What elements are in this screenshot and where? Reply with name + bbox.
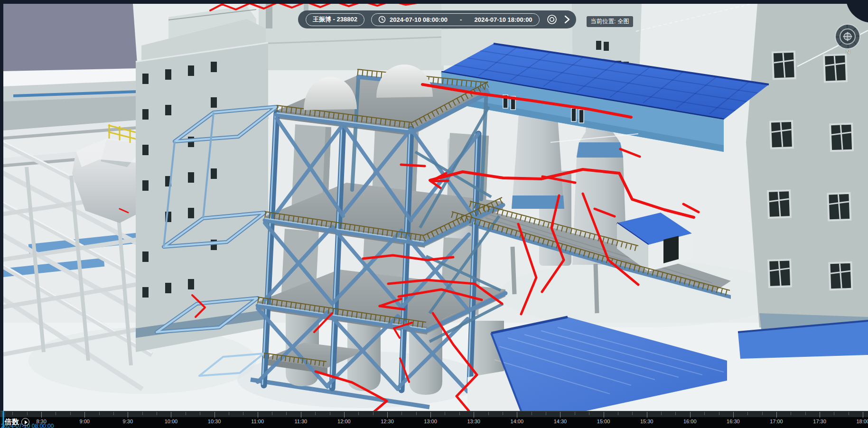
- timeline-tick: [863, 412, 863, 418]
- timeline-tick: [41, 412, 42, 418]
- timeline-tick: [272, 412, 272, 415]
- timeline-label: 17:30: [813, 419, 826, 424]
- timeline-tick: [503, 412, 503, 415]
- timeline-tick: [791, 412, 791, 415]
- timeline-tick: [776, 412, 777, 418]
- timeline-label: 13:00: [424, 419, 437, 424]
- play-icon: [25, 420, 28, 424]
- timeline-tick: [532, 412, 532, 415]
- timeline-tick: [229, 412, 229, 415]
- timeline-tick: [84, 412, 85, 418]
- search-toolbar: 王振博 - 238802 2024-07-10 08:00:00 - 2024-…: [298, 10, 576, 28]
- timeline-tick: [604, 412, 604, 418]
- timeline-tick: [315, 412, 316, 415]
- timeline-tick: [560, 412, 560, 418]
- timeline-tick: [416, 412, 417, 415]
- date-end: 2024-07-10 18:00:00: [474, 16, 532, 23]
- timeline-tick: [849, 412, 849, 415]
- timeline-tick: [445, 412, 445, 415]
- timeline-tick: [618, 412, 618, 415]
- timeline-label: 10:00: [165, 419, 178, 424]
- timeline-tick: [70, 412, 71, 415]
- timeline-tick: [56, 412, 56, 415]
- current-location-label: 当前位置: 全图: [587, 16, 633, 27]
- timeline-tick: [690, 412, 691, 418]
- timeline-tick: [113, 412, 114, 415]
- timeline-tick: [632, 412, 633, 415]
- timeline-tick: [575, 412, 575, 415]
- timeline-tick: [675, 412, 676, 415]
- timeline-tick: [430, 412, 431, 418]
- timeline-tick: [401, 412, 402, 415]
- timeline-label: 10:30: [208, 419, 221, 424]
- timeline-tick: [27, 412, 28, 415]
- date-range-filter[interactable]: 2024-07-10 08:00:00 - 2024-07-10 18:00:0…: [371, 13, 540, 26]
- timeline-tick: [647, 412, 647, 418]
- timeline-tick: [661, 412, 662, 415]
- compass-north-label: N: [846, 49, 850, 55]
- timeline-label: 15:30: [640, 419, 653, 424]
- timeline-tick: [704, 412, 705, 415]
- timeline-label: 18:00: [856, 419, 868, 424]
- timeline-tick: [344, 412, 345, 418]
- 3d-viewport[interactable]: [0, 0, 868, 411]
- timeline-label: 9:00: [80, 419, 90, 424]
- chevron-right-icon[interactable]: [564, 15, 570, 24]
- timeline-tick: [258, 412, 258, 418]
- timeline-tick: [589, 412, 589, 415]
- timeline-tick: [546, 412, 546, 415]
- timeline-tick: [719, 412, 719, 415]
- timeline-tick: [820, 412, 820, 418]
- date-start: 2024-07-10 08:00:00: [390, 16, 448, 23]
- timeline-label: 11:30: [294, 419, 307, 424]
- timeline-label: 13:30: [467, 419, 480, 424]
- person-filter-label: 王振博 - 238802: [313, 15, 357, 24]
- person-filter[interactable]: 王振博 - 238802: [306, 13, 364, 26]
- timeline-tick: [286, 412, 287, 415]
- timeline-label: 11:00: [251, 419, 264, 424]
- timeline-label: 16:30: [727, 419, 740, 424]
- timeline-tick: [474, 412, 474, 418]
- timeline-tick: [747, 412, 748, 415]
- timeline-label: 17:00: [770, 419, 783, 424]
- timeline-tick: [128, 412, 128, 418]
- timeline-tick: [142, 412, 143, 415]
- timeline-tick: [459, 412, 460, 415]
- timeline-tick: [330, 412, 330, 415]
- timeline-tick: [488, 412, 489, 415]
- date-separator: -: [460, 16, 462, 23]
- timeline-tick: [373, 412, 373, 415]
- timeline-tick: [99, 412, 100, 415]
- timeline-label: 14:00: [511, 419, 524, 424]
- timeline-tick: [733, 412, 734, 418]
- timeline-tick: [762, 412, 763, 415]
- play-button[interactable]: [21, 418, 29, 426]
- timeline-tick: [157, 412, 157, 415]
- timeline-tick: [186, 412, 186, 415]
- timeline-label: 14:30: [554, 419, 567, 424]
- compass-widget[interactable]: N: [835, 24, 860, 49]
- timeline-tick: [301, 412, 301, 418]
- timeline-tick: [834, 412, 834, 415]
- timeline-tick: [215, 412, 215, 418]
- timeline-tick: [243, 412, 243, 415]
- timeline-label: 9:30: [123, 419, 133, 424]
- timeline-label: 12:00: [337, 419, 351, 424]
- timeline-scale[interactable]: [0, 411, 868, 417]
- clock-icon: [378, 16, 386, 23]
- timeline-tick: [200, 412, 200, 415]
- timeline-tick: [805, 412, 806, 415]
- timeline-tick: [387, 412, 388, 418]
- timeline-label: 16:00: [683, 419, 697, 424]
- timeline-tick: [12, 412, 13, 415]
- compass-icon: [840, 28, 856, 45]
- sky-patch: [3, 4, 145, 135]
- timeline-label: 12:30: [381, 419, 394, 424]
- timeline-bar[interactable]: 8:309:009:3010:0010:3011:0011:3012:0012:…: [0, 411, 868, 428]
- timeline-label: 15:00: [597, 419, 610, 424]
- timeline-tick: [171, 412, 171, 418]
- locate-icon[interactable]: [546, 14, 558, 25]
- timeline-tick: [517, 412, 517, 418]
- timeline-tick: [358, 412, 359, 415]
- speed-multiplier-button[interactable]: 倍数: [5, 418, 19, 427]
